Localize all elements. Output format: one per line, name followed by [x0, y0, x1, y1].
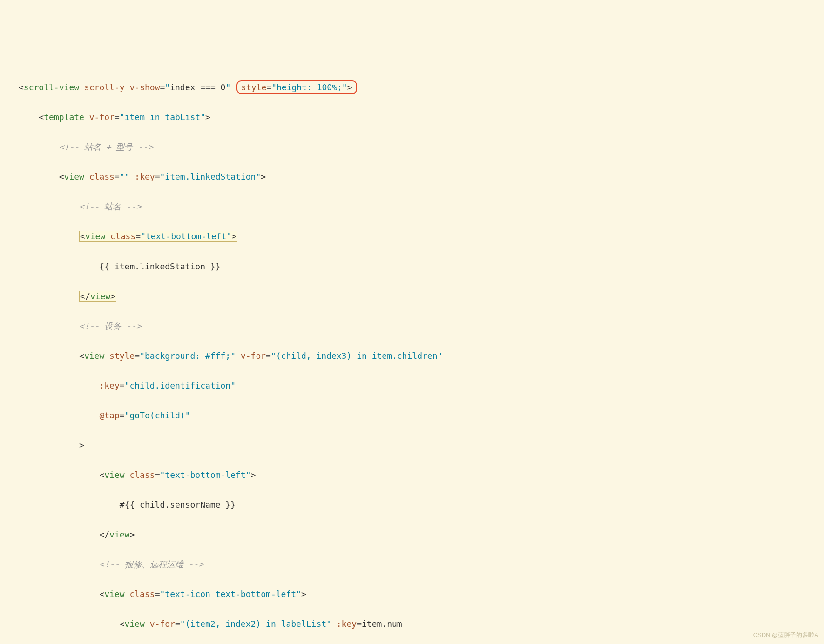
bracket: >	[301, 589, 306, 599]
attr: scroll-y	[84, 82, 125, 92]
bracket: <	[120, 619, 125, 629]
func-name: goTo	[129, 410, 149, 420]
attr: :key	[135, 172, 155, 181]
quote: "	[165, 82, 170, 92]
bracket: >	[231, 231, 236, 241]
bracket: >	[110, 291, 115, 301]
attr: :key	[99, 381, 119, 390]
equals: =	[120, 410, 125, 420]
bracket: >	[205, 112, 210, 122]
comment: <!-- 设备 -->	[79, 321, 142, 331]
tag-name: view	[64, 172, 84, 181]
code-line: <view class="text-bottom-left">	[19, 229, 815, 244]
equals: =	[266, 351, 271, 361]
attr-value: "item.linkedStation"	[160, 172, 261, 181]
tag-name: view	[104, 589, 124, 599]
code-line: <view class="text-icon text-bottom-left"…	[19, 587, 815, 602]
code-line: >	[19, 438, 815, 453]
bracket: >	[261, 172, 266, 181]
tag-name: view	[125, 619, 145, 629]
comment: <!-- 报修、远程运维 -->	[99, 559, 203, 569]
attr-value: "child.identification"	[125, 381, 236, 390]
bracket: </	[80, 291, 90, 301]
highlight-range: </view>	[79, 291, 116, 302]
attr: class	[129, 470, 155, 480]
code-line: <view v-for="(item2, index2) in labelLis…	[19, 617, 815, 631]
expr: index	[170, 82, 200, 92]
attr: :key	[337, 619, 357, 629]
tag-name: view	[84, 351, 104, 361]
quote: "	[125, 410, 130, 420]
attr: class	[129, 589, 155, 599]
equals: =	[155, 589, 160, 599]
attr: class	[89, 172, 115, 181]
bracket: >	[251, 470, 256, 480]
attr: v-for	[241, 351, 266, 361]
expr: item.num	[362, 619, 402, 629]
attr-value: (child)"	[150, 410, 190, 420]
equals: =	[135, 351, 140, 361]
mustache: {{ item.linkedStation }}	[99, 262, 220, 271]
code-line: <!-- 报修、远程运维 -->	[19, 557, 815, 572]
bracket: >	[347, 82, 352, 92]
attr-value: "(item2, index2) in labelList"	[180, 619, 331, 629]
code-line: <scroll-view scroll-y v-show="index === …	[19, 80, 815, 95]
tag-name: template	[44, 112, 84, 122]
watermark-text: CSDN @蓝胖子的多啦A	[753, 630, 818, 640]
code-line: {{ item.linkedStation }}	[19, 259, 815, 274]
bracket: <	[99, 470, 104, 480]
tag-name: view	[104, 470, 124, 480]
quote: "	[225, 82, 230, 92]
attr-value: "text-icon text-bottom-left"	[160, 589, 301, 599]
comment: <!-- 站名 -->	[79, 201, 142, 211]
equals: =	[175, 619, 180, 629]
code-line: <view class="" :key="item.linkedStation"…	[19, 169, 815, 184]
bracket: >	[79, 440, 84, 450]
equals: =	[160, 82, 165, 92]
code-line: @tap="goTo(child)"	[19, 408, 815, 423]
attr-value: "height: 100%;"	[271, 82, 347, 92]
tag-name: view	[90, 291, 110, 301]
code-line: <!-- 站名 + 型号 -->	[19, 140, 815, 154]
bracket: <	[79, 351, 84, 361]
attr-value: "item in tabList"	[120, 112, 205, 122]
equals: =	[120, 381, 125, 390]
code-line: <!-- 站名 -->	[19, 199, 815, 214]
attr-value: "text-bottom-left"	[141, 231, 231, 241]
equals: =	[135, 231, 141, 241]
expr: 0	[216, 82, 226, 92]
equals: =	[115, 172, 120, 181]
attr: style	[241, 82, 266, 92]
code-line: <!-- 设备 -->	[19, 319, 815, 334]
equals: =	[266, 82, 271, 92]
tag-name: scroll-view	[24, 82, 79, 92]
attr-value: "(child, index3) in item.children"	[271, 351, 442, 361]
equals: =	[357, 619, 362, 629]
attr-value: "text-bottom-left"	[160, 470, 250, 480]
tag-name: view	[109, 530, 129, 539]
code-line: <template v-for="item in tabList">	[19, 110, 815, 125]
highlight-range: <view class="text-bottom-left">	[79, 231, 237, 242]
bracket: <	[39, 112, 44, 122]
attr: class	[110, 231, 135, 241]
equals: =	[155, 172, 160, 181]
code-line: <view class="text-bottom-left">	[19, 468, 815, 483]
attr-value: ""	[120, 172, 130, 181]
code-block: <scroll-view scroll-y v-show="index === …	[19, 65, 815, 644]
bracket: <	[59, 172, 64, 181]
code-line: #{{ child.sensorName }}	[19, 497, 815, 512]
code-line: :key="child.identification"	[19, 378, 815, 393]
attr: style	[109, 351, 135, 361]
comment: <!-- 站名 + 型号 -->	[59, 142, 153, 152]
equals: =	[155, 470, 160, 480]
operator: ===	[200, 82, 216, 92]
code-line: <view style="background: #fff;" v-for="(…	[19, 349, 815, 363]
code-line: </view>	[19, 289, 815, 304]
bracket: <	[19, 82, 24, 92]
attr: v-show	[129, 82, 160, 92]
bracket: >	[129, 530, 135, 539]
bracket: </	[99, 530, 109, 539]
bracket: <	[80, 231, 85, 241]
tag-name: view	[85, 231, 105, 241]
attr-value: "background: #fff;"	[140, 351, 236, 361]
